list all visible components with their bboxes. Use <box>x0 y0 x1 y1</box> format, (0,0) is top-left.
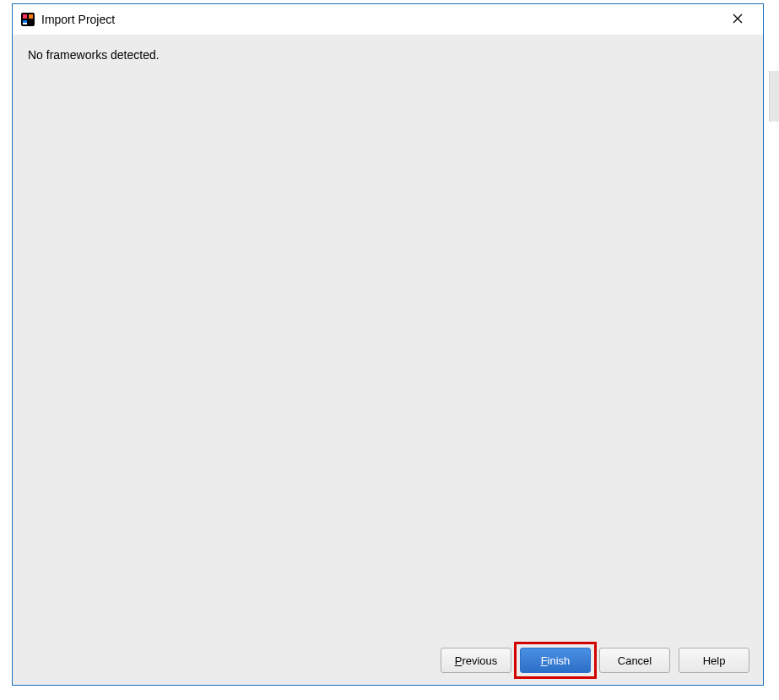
svg-rect-1 <box>23 14 27 19</box>
previous-button[interactable]: Previous <box>441 648 511 673</box>
outer-scrollbar[interactable] <box>769 71 779 122</box>
intellij-icon <box>21 13 35 26</box>
content-area: No frameworks detected. Previous Finish … <box>13 35 763 685</box>
cancel-button[interactable]: Cancel <box>599 648 670 673</box>
svg-rect-4 <box>23 23 27 24</box>
status-message: No frameworks detected. <box>28 48 748 62</box>
help-button[interactable]: Help <box>679 648 749 673</box>
button-bar: Previous Finish Cancel Help <box>441 648 749 673</box>
titlebar: Import Project <box>13 4 763 35</box>
close-button[interactable] <box>721 7 755 32</box>
finish-button[interactable]: Finish <box>520 648 591 673</box>
dialog-title: Import Project <box>41 13 721 26</box>
close-icon <box>733 12 743 27</box>
svg-rect-2 <box>29 14 33 19</box>
import-project-dialog: Import Project No frameworks detected. P… <box>12 3 764 686</box>
